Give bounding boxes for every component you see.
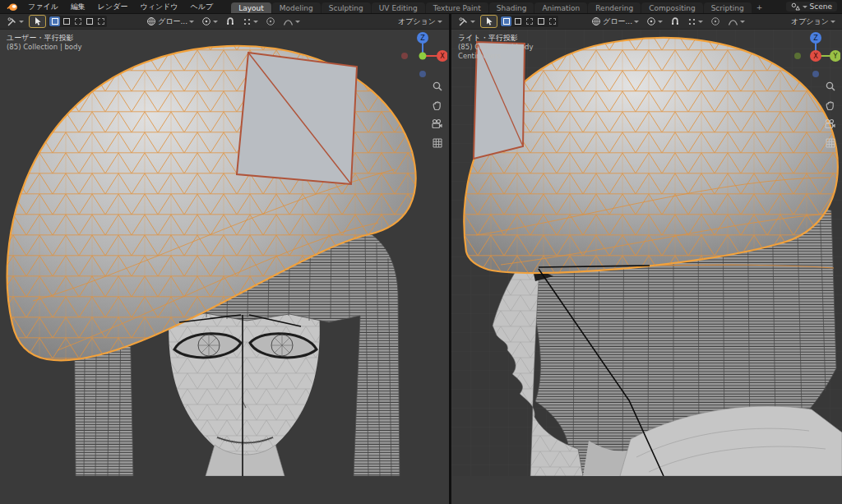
selection-mode-subtract[interactable] [524,16,534,26]
proportional-editing-toggle[interactable] [263,16,278,27]
tab-compositing[interactable]: Compositing [641,2,702,13]
transform-orientation-dropdown[interactable]: グロー... [144,16,197,27]
chevron-down-icon [253,21,258,23]
snap-target-dropdown[interactable] [240,16,261,27]
blender-menu-button[interactable] [3,2,21,12]
gizmo-axis-z-neg[interactable] [419,71,426,77]
selection-mode-intersect[interactable] [547,16,557,26]
blender-logo-icon [7,2,18,12]
proportional-editing-toggle[interactable] [708,16,723,27]
chevron-down-icon [295,21,300,23]
gizmo-axis-y-neg[interactable] [794,53,801,59]
editor-type-button[interactable] [4,16,26,27]
menu-render[interactable]: レンダー [92,1,134,13]
chevron-down-icon [658,21,663,23]
gizmo-axis-z-neg[interactable] [812,71,819,77]
chevron-down-icon [437,21,442,23]
tool-settings-icon [7,16,17,27]
active-tool-select-box[interactable] [480,15,497,28]
tab-sculpting[interactable]: Sculpting [322,2,371,13]
tab-modeling[interactable]: Modeling [272,2,321,13]
3d-viewport-canvas-right[interactable] [451,30,842,476]
selection-mode-intersect[interactable] [95,16,106,26]
selection-mode-new[interactable] [49,16,60,26]
snap-toggle[interactable] [223,16,238,27]
snap-toggle[interactable] [668,16,682,27]
options-label: オプション [791,16,829,27]
proportional-falloff-dropdown[interactable] [280,16,303,27]
viewport-nav-buttons-left [431,81,443,149]
navigation-gizmo-right[interactable]: Z Y X [794,31,840,77]
viewport-area-right: グロー... [451,14,842,504]
chevron-down-icon [19,21,24,23]
add-workspace-button[interactable]: + [752,2,767,13]
3d-viewport-canvas-left[interactable] [0,30,449,476]
global-orientation-icon [146,16,156,26]
tab-uv-editing[interactable]: UV Editing [372,2,425,13]
falloff-curve-icon [728,17,738,26]
editor-type-button[interactable] [456,16,478,27]
menu-edit[interactable]: 編集 [65,1,91,13]
orientation-label: グロー... [603,16,632,27]
global-orientation-icon [591,16,601,26]
ortho-toggle-button[interactable] [825,137,836,149]
camera-view-button[interactable] [824,118,836,130]
pan-button[interactable] [825,99,836,111]
pan-button[interactable] [432,99,443,111]
selection-mode-subtract[interactable] [72,16,83,26]
navigation-gizmo-left[interactable]: Z X [401,31,447,77]
zoom-button[interactable] [825,81,836,92]
gizmo-x-label: X [813,53,818,60]
menu-help[interactable]: ヘルプ [185,1,220,13]
orientation-label: グロー... [158,16,187,27]
tab-layout[interactable]: Layout [231,2,271,13]
pivot-point-dropdown[interactable] [199,16,220,27]
gizmo-axis-x-neg[interactable] [401,53,408,59]
tool-settings-icon [458,16,469,27]
gizmo-axis-y-center[interactable] [419,53,427,60]
selection-mode-new[interactable] [501,16,511,26]
chevron-down-icon [470,21,475,23]
menu-window[interactable]: ウィンドウ [134,1,183,13]
selection-mode-group [49,16,107,27]
pivot-point-dropdown[interactable] [644,16,665,27]
tool-header-right: グロー... [451,14,842,30]
falloff-curve-icon [283,17,294,26]
tool-header-left: グロー... [0,14,449,30]
beret-panel-side[interactable] [474,42,525,159]
cursor-icon [484,16,493,26]
selection-mode-invert[interactable] [84,16,95,26]
tab-scripting[interactable]: Scripting [704,2,752,13]
viewport-left: オブジェク... ビュー 選択 追加 オブジェクト [0,30,449,504]
scene-icon [791,2,800,11]
zoom-button[interactable] [432,81,443,92]
camera-view-button[interactable] [431,118,443,130]
pivot-icon [646,16,656,26]
snap-target-dropdown[interactable] [685,16,706,27]
proportional-falloff-dropdown[interactable] [725,16,747,27]
scene-name: Scene [810,2,832,11]
transform-orientation-dropdown[interactable]: グロー... [589,16,641,27]
tab-texture-paint[interactable]: Texture Paint [426,2,488,13]
selection-mode-extend[interactable] [512,16,523,26]
beret-panel-front[interactable] [237,53,357,184]
active-tool-select-box[interactable] [29,15,46,28]
tab-shading[interactable]: Shading [489,2,534,13]
chevron-down-icon [740,21,745,23]
selection-mode-invert[interactable] [535,16,546,26]
chevron-down-icon [213,21,218,23]
selection-mode-extend[interactable] [61,16,72,26]
options-dropdown[interactable]: オプション [396,16,445,27]
viewport-area-left: グロー... [0,14,449,504]
scene-selector[interactable]: Scene [786,2,837,12]
chevron-down-icon [698,21,703,23]
tab-rendering[interactable]: Rendering [588,2,641,13]
viewport-right: オブジェク... ビュー 選択 追加 オブジェクト [451,30,842,504]
options-dropdown[interactable]: オプション [789,16,838,27]
gizmo-x-label: X [440,53,445,60]
proportional-icon [710,16,720,26]
tab-animation[interactable]: Animation [534,2,587,13]
menu-file[interactable]: ファイル [22,1,64,13]
viewport-nav-buttons-right [824,81,836,149]
ortho-toggle-button[interactable] [432,137,443,149]
